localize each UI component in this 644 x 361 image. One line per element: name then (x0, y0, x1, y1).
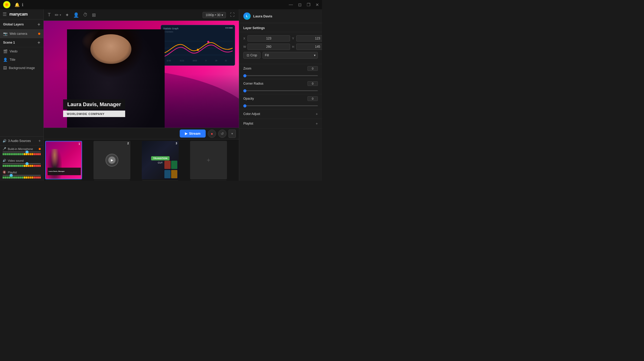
chart-title: Statistic Graph (163, 27, 178, 30)
active-dot (38, 33, 40, 35)
user-profile-header: L Laura Davis (239, 9, 322, 23)
add-global-layer-button[interactable]: + (37, 22, 40, 27)
sidebar-item-title[interactable]: 👤 Title (0, 56, 43, 64)
app-logo (3, 1, 10, 8)
scene-thumb-5[interactable]: + (45, 180, 82, 181)
stream-button[interactable]: ▶ Stream (180, 130, 206, 138)
record-button[interactable]: ● (208, 130, 216, 138)
opacity-slider[interactable] (243, 105, 318, 106)
maximize-button[interactable]: ⊡ (298, 2, 301, 7)
close-button[interactable]: ✕ (316, 2, 319, 7)
audio-header: 🔊 3 Audio Sources + (0, 137, 43, 146)
scene-2-number: 2 (127, 142, 129, 145)
user-name: Laura Davis (253, 14, 272, 18)
sidebar-item-viedo[interactable]: 🎬 Viedo (0, 47, 43, 56)
crop-icon: ⊡ (247, 53, 249, 57)
scene-thumb-6[interactable]: + (93, 180, 130, 181)
y-input[interactable] (296, 35, 322, 42)
scene-thumb-8[interactable]: + (190, 180, 227, 181)
crop-button[interactable]: ⊡ Crop (243, 52, 260, 59)
opacity-section: Opacity (239, 94, 322, 109)
transition-label: TRANSITION (151, 156, 170, 160)
microphone-active-dot (39, 148, 41, 150)
color-adjust-section[interactable]: Color Adjust + (239, 109, 322, 119)
zoom-slider[interactable] (243, 75, 318, 76)
scene-5-bg: + (45, 180, 82, 181)
right-panel: L Laura Davis Layer Settings X Y ↺ (239, 9, 322, 181)
audio-sources-label: 3 Audio Sources (8, 139, 31, 143)
user-avatar: L (243, 12, 251, 20)
microphone-label: Build-in Microphone (8, 147, 33, 151)
sidebar-item-background-image[interactable]: 🖼 Background image (0, 64, 43, 72)
stream-icon: ▶ (185, 132, 187, 135)
menu-icon[interactable]: ☰ (3, 11, 7, 17)
scene-thumb-7[interactable]: + (142, 180, 179, 181)
grid-tool-button[interactable]: ⊞ (92, 12, 96, 18)
notification-icon[interactable]: 🔔 (15, 2, 20, 7)
audio-source-video: 🔊 Video sound (0, 157, 43, 169)
color-adjust-label: Color Adjust (243, 112, 260, 116)
crop-row: ⊡ Crop Fill ▾ (243, 52, 318, 59)
add-scene-layer-button[interactable]: + (37, 40, 40, 45)
person-tool-button[interactable]: 👤 (73, 12, 79, 18)
pen-tool-button[interactable]: ✏ ▾ (55, 12, 61, 18)
corner-radius-label: Corner Radius (243, 82, 263, 85)
fill-select[interactable]: Fill ▾ (263, 52, 318, 59)
preview-canvas: Statistic Graph All members (44, 21, 239, 128)
opacity-header: Opacity (243, 96, 318, 101)
chart-svg: 12.02 11.11 18.02 0 16 21 (163, 34, 233, 62)
crop-label: Crop (250, 53, 257, 57)
scene-thumb-1[interactable]: Laura Davis, Manager 1 (45, 141, 82, 179)
fill-label: Fill (265, 53, 269, 57)
magic-tool-button[interactable]: ✦ (65, 12, 69, 18)
scene-thumb-2[interactable]: ▶ 2 (93, 141, 130, 179)
w-label: W (243, 45, 246, 48)
resolution-chevron-icon: ▾ (222, 13, 223, 17)
app-body: ☰ manycam Global Layers + 📷 Web camera S… (0, 9, 322, 181)
fullscreen-button[interactable]: ⛶ (230, 12, 235, 18)
add-audio-source-button[interactable]: + (38, 139, 41, 143)
info-icon[interactable]: ℹ (22, 2, 23, 7)
zoom-value-input[interactable] (307, 66, 318, 71)
scene-7-bg: + (142, 180, 179, 181)
chart-close-btn (229, 27, 233, 29)
restore-button[interactable]: ❐ (307, 2, 310, 7)
h-label: H (292, 45, 295, 48)
chart-control-dot-1 (225, 27, 227, 29)
playlist-section[interactable]: Playlist + (239, 119, 322, 128)
minimize-button[interactable]: — (289, 2, 293, 7)
global-layers-label: Global Layers (3, 23, 24, 26)
window-controls: — ⊡ ❐ ✕ (289, 2, 319, 7)
scene-header: Scene 1 + (0, 38, 43, 47)
text-tool-button[interactable]: T (48, 12, 51, 18)
scene-thumb-4[interactable]: + (190, 141, 227, 179)
h-input[interactable] (296, 44, 322, 50)
playlist-label: Playlist (243, 122, 253, 125)
scene-thumb-3[interactable]: TRANSITION CUT 3 (142, 141, 179, 179)
color-adjust-expand-icon: + (316, 112, 318, 116)
title-icon: 👤 (3, 58, 8, 62)
video-sound-slider[interactable] (3, 163, 41, 164)
more-options-button[interactable]: ▾ (229, 130, 236, 138)
microphone-volume-slider[interactable] (3, 152, 41, 152)
resolution-selector[interactable]: 1080p • 30 ▾ (203, 12, 226, 18)
fill-chevron-icon: ▾ (314, 53, 316, 57)
snapshot-button[interactable]: ↺ (218, 130, 226, 138)
timer-tool-button[interactable]: ⏱ (83, 12, 88, 18)
y-label: Y (292, 37, 295, 40)
background-image-icon: 🖼 (3, 66, 7, 70)
scene-layers-list: 🎬 Viedo 👤 Title 🖼 Background image (0, 47, 43, 136)
speaker-icon: 🔊 (3, 139, 6, 143)
layer-settings-label: Layer Settings (243, 26, 265, 30)
toolbar: T ✏ ▾ ✦ 👤 ⏱ ⊞ 1080p • 30 ▾ ⛶ (44, 9, 239, 21)
y-coord-group: Y (292, 35, 322, 42)
w-input[interactable] (247, 44, 290, 50)
corner-radius-slider[interactable] (243, 90, 318, 91)
opacity-value-input[interactable] (307, 96, 318, 101)
corner-radius-value-input[interactable] (307, 81, 318, 86)
webcam-icon: 📷 (3, 32, 8, 36)
sidebar-item-webcam[interactable]: 📷 Web camera (0, 30, 43, 38)
app-name: manycam (9, 12, 28, 17)
playlist-volume-slider[interactable] (3, 175, 41, 176)
x-input[interactable] (247, 35, 290, 42)
